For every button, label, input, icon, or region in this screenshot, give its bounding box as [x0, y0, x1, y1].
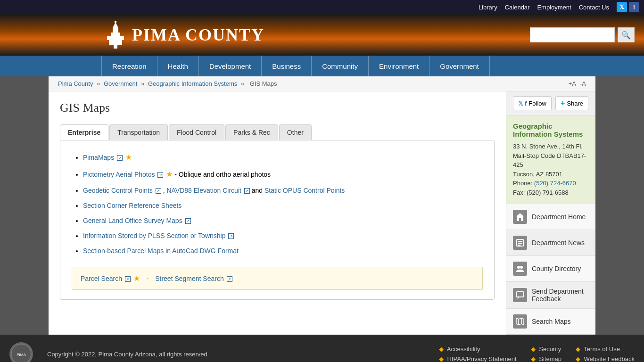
- logo-text: PIMA COUNTY: [132, 25, 264, 45]
- external-link-icon: ↗: [156, 188, 161, 194]
- top-bar: Library Calendar Employment Contact Us 𝕏…: [0, 0, 644, 14]
- search-input[interactable]: [530, 27, 615, 42]
- plus-icon: +: [561, 99, 565, 107]
- news-icon: [516, 239, 524, 247]
- tab-other[interactable]: Other: [279, 124, 312, 140]
- hipaa-link[interactable]: ◆ HIPAA/Privacy Statement: [439, 355, 517, 362]
- facebook-icon[interactable]: f: [629, 2, 639, 12]
- bullet-icon: ◆: [439, 346, 444, 353]
- security-link[interactable]: ◆ Security: [531, 346, 561, 353]
- sidebar-item-search-maps[interactable]: Search Maps: [506, 309, 595, 335]
- navd88-link[interactable]: NAVD88 Elevation Circuit: [166, 187, 241, 194]
- nav-recreation[interactable]: Recreation: [101, 56, 157, 76]
- static-opus-link[interactable]: Static OPUS Control Points: [264, 187, 345, 194]
- breadcrumb-gis[interactable]: Geographic Information Systems: [148, 80, 237, 87]
- svg-text:PIMA: PIMA: [17, 353, 26, 357]
- footer-logo: PIMA: [9, 342, 33, 362]
- capitol-svg: [104, 21, 127, 49]
- capitol-icon: [104, 21, 127, 49]
- breadcrumb-gov[interactable]: Government: [104, 80, 138, 87]
- pictometry-link[interactable]: Pictometry Aerial Photos: [83, 171, 155, 178]
- gis-info: Geographic Information Systems 33 N. Sto…: [506, 115, 595, 204]
- svg-point-15: [517, 266, 520, 269]
- sidebar-item-department-news[interactable]: Department News: [506, 230, 595, 256]
- main-nav: Recreation Health Development Business C…: [0, 56, 644, 76]
- twitter-icon: 𝕏: [518, 100, 523, 107]
- list-item: Section-based Parcel Maps in AutoCad DWG…: [83, 244, 483, 257]
- gis-fax: Fax: (520) 791-6588: [513, 188, 589, 197]
- parcel-search-link[interactable]: Parcel Search: [81, 275, 122, 282]
- map-icon: [516, 317, 524, 326]
- font-controls: +A -A: [569, 80, 586, 87]
- footer-links: ◆ Accessibility ◆ HIPAA/Privacy Statemen…: [439, 346, 635, 362]
- sidebar: 𝕏 f Follow + Share Geographic Informatio…: [506, 91, 595, 335]
- department-home-icon: [513, 210, 527, 224]
- font-increase[interactable]: +A: [569, 80, 576, 87]
- svg-marker-19: [516, 318, 524, 325]
- chat-icon: [516, 291, 524, 299]
- list-item: PimaMaps ↗ ★: [83, 150, 483, 165]
- external-link-icon: ↗: [185, 218, 191, 224]
- nav-business[interactable]: Business: [262, 56, 312, 76]
- follow-button[interactable]: 𝕏 f Follow: [513, 96, 552, 110]
- share-button[interactable]: + Share: [555, 96, 588, 110]
- contact-us-link[interactable]: Contact Us: [579, 4, 609, 11]
- bullet-icon: ◆: [531, 346, 536, 353]
- sidebar-item-department-home[interactable]: Department Home: [506, 204, 595, 230]
- twitter-icon[interactable]: 𝕏: [617, 2, 627, 12]
- tab-enterprise[interactable]: Enterprise: [60, 124, 108, 140]
- calendar-link[interactable]: Calendar: [505, 4, 530, 11]
- nav-government[interactable]: Government: [429, 56, 490, 76]
- department-news-icon: [513, 236, 527, 250]
- tabs-container: Enterprise Transportation Flood Control …: [60, 124, 495, 140]
- nav-community[interactable]: Community: [312, 56, 369, 76]
- plss-link[interactable]: Information Stored by PLSS Section or To…: [83, 232, 225, 239]
- bullet-icon: ◆: [576, 346, 580, 353]
- pimamaps-link[interactable]: PimaMaps: [83, 154, 114, 161]
- tab-transportation[interactable]: Transportation: [109, 124, 168, 140]
- terms-link[interactable]: ◆ Terms of Use: [576, 346, 635, 353]
- sidebar-item-label: County Directory: [532, 265, 581, 272]
- tab-parks-rec[interactable]: Parks & Rec: [225, 124, 278, 140]
- share-label: Share: [567, 100, 583, 107]
- list-item: Information Stored by PLSS Section or To…: [83, 229, 483, 242]
- nav-environment[interactable]: Environment: [369, 56, 429, 76]
- page-wrapper: Pima County » Government » Geographic In…: [49, 76, 595, 335]
- quick-links-box: Parcel Search ↗ ★ - Street Segment Searc…: [72, 267, 483, 290]
- footer: PIMA Copyright © 2022, Pima County Arizo…: [0, 335, 644, 362]
- breadcrumb-sep-3: »: [241, 80, 246, 87]
- general-land-link[interactable]: General Land Office Survey Maps: [83, 217, 182, 224]
- employment-link[interactable]: Employment: [537, 4, 571, 11]
- follow-label: Follow: [528, 100, 546, 107]
- breadcrumb-home[interactable]: Pima County: [58, 80, 93, 87]
- sidebar-item-send-feedback[interactable]: Send Department Feedback: [506, 282, 595, 309]
- nav-health[interactable]: Health: [157, 56, 199, 76]
- quick-links-separator: -: [147, 275, 151, 282]
- star-icon: ★: [166, 170, 173, 178]
- feedback-link[interactable]: ◆ Website Feedback: [576, 355, 635, 362]
- street-segment-link[interactable]: Street Segment Search: [155, 275, 224, 282]
- library-link[interactable]: Library: [479, 4, 497, 11]
- bullet-icon: ◆: [439, 355, 444, 362]
- header: PIMA COUNTY 🔍: [0, 14, 644, 56]
- social-icons: 𝕏 f: [617, 2, 639, 12]
- parcel-maps-link[interactable]: Section-based Parcel Maps in AutoCad DWG…: [83, 247, 239, 255]
- external-link-icon: ↗: [125, 276, 131, 282]
- sitemap-link[interactable]: ◆ Sitemap: [531, 355, 561, 362]
- and-sep: and: [252, 187, 264, 194]
- search-button[interactable]: 🔍: [618, 27, 635, 42]
- font-decrease[interactable]: -A: [580, 80, 586, 87]
- phone-link[interactable]: (520) 724-6670: [534, 180, 576, 187]
- geodetic-link[interactable]: Geodetic Control Points: [83, 187, 153, 194]
- nav-development[interactable]: Development: [199, 56, 262, 76]
- facebook-icon: f: [525, 100, 527, 107]
- page-title: GIS Maps: [60, 101, 495, 115]
- list-item: Geodetic Control Points ↗ , NAVD88 Eleva…: [83, 184, 483, 197]
- breadcrumb-bar: Pima County » Government » Geographic In…: [49, 76, 595, 91]
- tab-flood-control[interactable]: Flood Control: [169, 124, 224, 140]
- accessibility-link[interactable]: ◆ Accessibility: [439, 346, 517, 353]
- svg-rect-14: [518, 245, 520, 246]
- section-corner-link[interactable]: Section Corner Reference Sheets: [83, 202, 182, 209]
- sidebar-item-county-directory[interactable]: County Directory: [506, 256, 595, 282]
- breadcrumb-sep-1: »: [97, 80, 102, 87]
